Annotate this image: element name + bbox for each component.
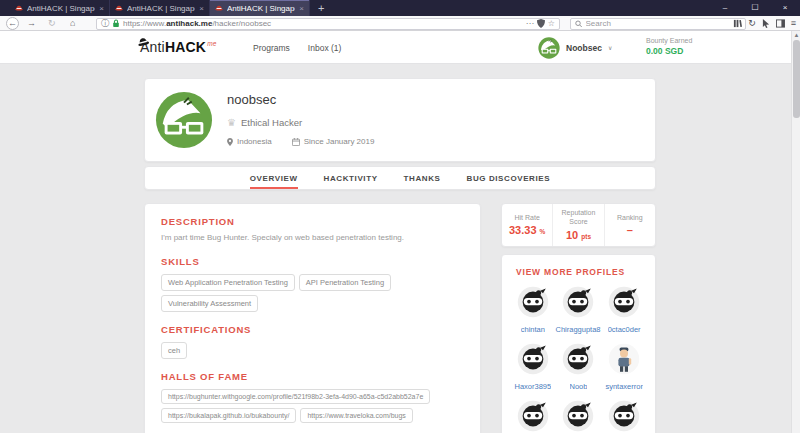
url-bar[interactable]: ⓘ https://www.antihack.me/hacker/noobsec…	[96, 18, 560, 30]
ninja-avatar	[608, 286, 640, 322]
antihack-favicon-icon	[215, 4, 223, 12]
profile-tab[interactable]: BUG DISCOVERIES	[467, 167, 551, 189]
crown-icon: ♛	[227, 117, 236, 128]
mini-profile[interactable]: Haxor3895	[510, 343, 556, 391]
nav-link[interactable]: Inbox (1)	[308, 43, 342, 53]
mini-profile[interactable]: Noob	[556, 343, 602, 391]
profile-avatar	[155, 91, 213, 153]
mini-profile[interactable]: vannyyapp	[510, 400, 556, 433]
profile-tab[interactable]: OVERVIEW	[250, 167, 298, 189]
halls-of-fame-heading: HALLS OF FAME	[161, 371, 464, 382]
stat-label: Ranking	[608, 214, 652, 223]
profile-tab[interactable]: HACKTIVITY	[324, 167, 378, 189]
chevron-down-icon: ∨	[608, 44, 612, 51]
window-close-button[interactable]: ×	[770, 0, 800, 16]
profile-title-row: ♛ Ethical Hacker	[227, 117, 302, 128]
halls-of-fame-links: https://bughunter.withgoogle.com/profile…	[161, 389, 464, 423]
profile-tab[interactable]: THANKS	[404, 167, 441, 189]
window-maximize-button[interactable]: ☐	[740, 0, 770, 16]
refresh-button[interactable]: ↻	[48, 16, 56, 31]
hall-of-fame-link[interactable]: https://bukalapak.github.io/bukabounty/	[161, 408, 296, 423]
skill-tag: Vulnerability Assessment	[161, 295, 258, 312]
stat-cell: Hit Rate 33.33 %	[502, 204, 552, 246]
tracking-shield-icon[interactable]	[537, 19, 545, 28]
browser-tab[interactable]: AntiHACK | Singapore's First B ×	[10, 0, 110, 16]
mini-profile[interactable]: Chiraggupta8769	[556, 286, 602, 334]
sidebar-icon[interactable]	[776, 19, 785, 28]
sync-icon[interactable]: ↻	[748, 19, 756, 28]
mini-profile[interactable]: 0ctac0der	[601, 286, 647, 334]
user-account-menu[interactable]: Noobsec ∨	[538, 31, 612, 64]
site-logo[interactable]: AntiHACKme	[140, 39, 217, 55]
back-button[interactable]: ←	[6, 17, 19, 30]
https-lock-icon	[112, 19, 120, 28]
search-input[interactable]	[586, 19, 742, 28]
hall-of-fame-link[interactable]: https://www.traveloka.com/bugs	[300, 408, 412, 423]
search-box[interactable]	[570, 18, 746, 30]
mini-profile-name[interactable]: 0ctac0der	[608, 325, 641, 334]
mini-profile-name[interactable]: Chiraggupta8769	[555, 325, 601, 334]
certifications-heading: CERTIFICATIONS	[161, 324, 464, 335]
main-nav: ProgramsInbox (1)	[253, 31, 341, 64]
stat-value: 33.33 %	[509, 224, 545, 236]
page-actions-icon[interactable]: ⋯	[526, 20, 534, 28]
mini-profile-name[interactable]: chintan	[521, 325, 545, 334]
stat-cell: Reputation Score 10 pts	[552, 204, 603, 246]
profile-location: Indonesia	[227, 137, 272, 146]
home-button[interactable]: ⌂	[70, 16, 75, 31]
stat-value: –	[627, 224, 633, 236]
ninja-avatar	[608, 400, 640, 433]
stat-label: Reputation Score	[556, 209, 600, 227]
description-text: I'm part time Bug Hunter. Specialy on we…	[161, 233, 464, 242]
new-tab-button[interactable]: +	[310, 0, 332, 16]
hall-of-fame-link[interactable]: https://bughunter.withgoogle.com/profile…	[161, 389, 430, 404]
logo-hack-text: HACK	[165, 39, 206, 55]
mini-profile-name[interactable]: syntaxerror	[605, 382, 643, 391]
browser-tab-title: AntiHACK | Singapore's First B	[127, 4, 195, 13]
page-viewport: AntiHACKme ProgramsInbox (1) Noobsec ∨ B…	[0, 31, 800, 433]
browser-tab-title: AntiHACK | Singapore's First B	[27, 4, 95, 13]
browser-titlebar: AntiHACK | Singapore's First B × AntiHAC…	[0, 0, 800, 16]
hat-icon	[135, 32, 151, 50]
browser-tab[interactable]: AntiHACK | Singapore's First B ×	[110, 0, 210, 16]
scroll-up-icon[interactable]: ▲	[792, 32, 800, 38]
pointer-icon[interactable]	[762, 19, 770, 28]
bounty-value: 0.00 SGD	[646, 46, 692, 56]
window-minimize-button[interactable]: –	[710, 0, 740, 16]
library-icon[interactable]	[733, 19, 742, 28]
bounty-earned: Bounty Earned 0.00 SGD	[646, 37, 692, 56]
browser-tab-strip: AntiHACK | Singapore's First B × AntiHAC…	[10, 0, 332, 16]
page-info-icon[interactable]: ⓘ	[101, 20, 109, 28]
mini-profile-name[interactable]: Noob	[570, 382, 588, 391]
forward-button[interactable]: →	[27, 16, 36, 31]
browser-tab[interactable]: AntiHACK | Singapore's First B ×	[210, 0, 310, 16]
logo-me-text: me	[207, 40, 216, 47]
search-icon	[575, 20, 583, 28]
tab-close-icon[interactable]: ×	[199, 4, 204, 13]
calendar-icon	[292, 138, 300, 146]
mini-profile[interactable]: syntaxerror	[601, 343, 647, 391]
browser-tab-title: AntiHACK | Singapore's First B	[227, 4, 295, 13]
user-avatar	[538, 37, 560, 59]
bookmark-star-icon[interactable]: ☆	[548, 20, 555, 28]
antihack-favicon-icon	[115, 4, 123, 12]
page-scrollbar[interactable]: ▲	[791, 31, 800, 433]
view-more-profiles-heading: VIEW MORE PROFILES	[516, 267, 647, 277]
location-pin-icon	[227, 138, 233, 146]
skill-tag: API Penetration Testing	[299, 274, 391, 291]
stat-value: 10 pts	[566, 229, 591, 241]
tab-close-icon[interactable]: ×	[99, 4, 104, 13]
tab-close-icon[interactable]: ×	[299, 4, 304, 13]
nav-link[interactable]: Programs	[253, 43, 290, 53]
scrollbar-thumb[interactable]	[793, 40, 800, 118]
mini-profile[interactable]: khanjanny	[601, 400, 647, 433]
url-text: https://www.antihack.me/hacker/noobsec	[123, 19, 523, 28]
profiles-grid: chintan Chiraggupta8769	[510, 286, 647, 433]
mini-profile[interactable]: Hash	[556, 400, 602, 433]
ninja-avatar	[517, 343, 549, 379]
mini-profile-name[interactable]: Haxor3895	[514, 382, 551, 391]
certification-tag: ceh	[161, 342, 187, 359]
mini-profile[interactable]: chintan	[510, 286, 556, 334]
menu-icon[interactable]: ≡	[791, 19, 796, 28]
ninja-avatar	[562, 286, 594, 322]
